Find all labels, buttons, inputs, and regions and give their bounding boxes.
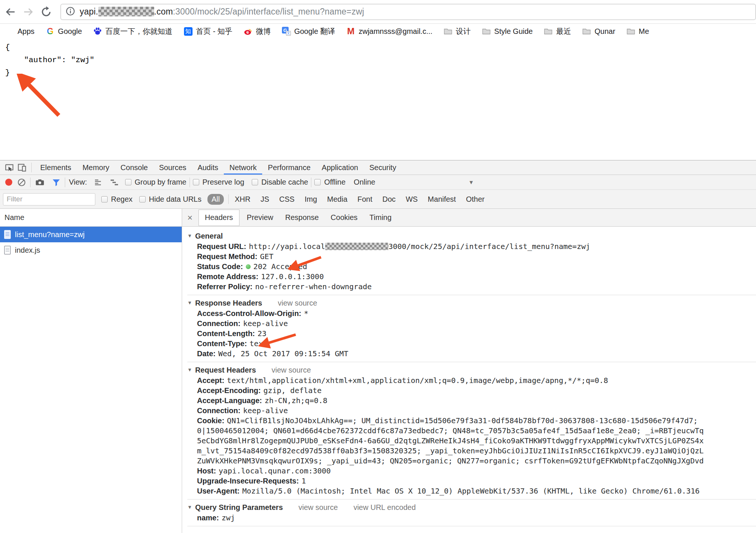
bookmark-folder-design[interactable]: 设计 [444,26,471,36]
reload-icon[interactable] [40,6,52,18]
request-detail-panel: × Headers Preview Response Cookies Timin… [182,209,756,533]
network-toolbar: View: Group by frame Preserve log Disabl… [0,175,756,190]
view-source-link[interactable]: view source [278,297,317,309]
request-row-index-js[interactable]: index.js [0,242,182,258]
devtools-tab-memory[interactable]: Memory [77,160,115,175]
disable-cache-checkbox[interactable] [252,179,258,185]
inspect-element-icon[interactable] [3,162,16,173]
show-overview-waterfall-icon[interactable] [109,177,120,188]
detail-tabbar: × Headers Preview Response Cookies Timin… [182,209,756,227]
bookmark-folder-me[interactable]: Me [626,27,649,36]
divider [65,178,65,187]
filter-type-js[interactable]: JS [260,195,269,204]
bookmark-folder-recent[interactable]: 最近 [544,26,571,36]
filter-input[interactable] [3,193,95,205]
detail-tab-cookies[interactable]: Cookies [325,209,363,227]
offline-checkbox[interactable] [314,179,321,185]
filter-type-ws[interactable]: WS [406,195,417,204]
devtools-tab-sources[interactable]: Sources [153,160,192,175]
google-g-icon: G [46,27,55,36]
disclosure-triangle-icon[interactable]: ▼ [187,364,192,376]
headers-pane: ▼ General Request URL:http://yapi.local3… [182,227,756,533]
header-row-remote-address: Remote Address:127.0.0.1:3000 [187,272,756,282]
view-source-link[interactable]: view source [299,502,338,513]
filter-type-xhr[interactable]: XHR [235,195,250,204]
bookmark-google-translate[interactable]: G 文 Google 翻译 [282,26,335,36]
disable-cache-label: Disable cache [261,178,308,186]
back-icon[interactable] [4,6,16,18]
header-row: Accept:text/html,application/xhtml+xml,a… [187,376,756,386]
censored-url-segment [325,243,388,250]
devtools-tabbar: Elements Memory Console Sources Audits N… [0,160,756,175]
folder-icon [544,27,553,36]
filter-type-all[interactable]: All [207,194,224,205]
devtools-tab-console[interactable]: Console [115,160,153,175]
disclosure-triangle-icon[interactable]: ▼ [187,230,192,242]
folder-icon [482,27,491,36]
detail-tab-preview[interactable]: Preview [241,209,279,227]
detail-tab-headers[interactable]: Headers [198,210,239,226]
bookmark-folder-qunar[interactable]: Qunar [582,27,615,36]
large-request-rows-icon[interactable] [92,177,104,188]
filter-funnel-icon[interactable] [51,177,62,188]
page-info-icon[interactable] [66,6,75,17]
header-row: Content-Length:23 [187,329,756,339]
request-headers-section: ▼ Request Headers view source Accept:tex… [187,362,756,500]
device-toolbar-icon[interactable] [16,162,28,173]
close-icon[interactable]: × [184,213,196,223]
devtools-tab-application[interactable]: Application [316,160,364,175]
devtools-tab-audits[interactable]: Audits [192,160,224,175]
filter-type-other[interactable]: Other [466,195,485,204]
forward-icon[interactable] [22,6,34,18]
clear-icon[interactable] [16,177,27,188]
cookie-continuation-line: 5eCbdYG8mlHr8lZogepmQUJPUb0_eSKseFdn4-6a… [187,436,756,446]
filter-type-media[interactable]: Media [327,195,347,204]
header-row: Connection:keep-alive [187,406,756,416]
devtools-tab-security[interactable]: Security [364,160,402,175]
disclosure-triangle-icon[interactable]: ▼ [187,297,192,309]
cookie-continuation-line: 0|1500465012004; QN601=d66d4cbe762372cdd… [187,426,756,436]
name-column-header[interactable]: Name [0,209,182,227]
regex-label: Regex [111,195,133,204]
devtools-tab-performance[interactable]: Performance [262,160,316,175]
response-headers-section: ▼ Response Headers view source Access-Co… [187,295,756,362]
record-icon[interactable] [5,179,12,186]
preserve-log-checkbox[interactable] [193,179,199,185]
filter-type-font[interactable]: Font [358,195,372,204]
group-by-frame-checkbox[interactable] [125,179,131,185]
filter-type-manifest[interactable]: Manifest [428,195,456,204]
divider [311,178,311,187]
bookmark-apps[interactable]: Apps [5,27,35,36]
bookmark-folder-style-guide[interactable]: Style Guide [482,27,533,36]
address-bar[interactable]: yapi..com:3000/mock/25/api/interface/lis… [60,4,756,20]
filter-type-css[interactable]: CSS [279,195,295,204]
network-filter-bar: Regex Hide data URLs All XHR JS CSS Img … [0,190,756,209]
throttling-select[interactable]: Online [354,178,375,186]
regex-checkbox[interactable] [101,196,108,202]
chevron-down-icon[interactable]: ▼ [468,179,474,185]
filter-type-img[interactable]: Img [305,195,317,204]
bookmark-baidu[interactable]: 百度一下，你就知道 [93,26,172,36]
screenshot-camera-icon[interactable] [34,177,45,188]
bookmark-google[interactable]: G Google [46,27,82,36]
detail-tab-response[interactable]: Response [279,209,325,227]
page-content: { "author": "zwj" } [0,38,756,160]
bookmark-gmail[interactable]: M zwjamnsss@gmail.c... [346,27,432,36]
detail-tab-timing[interactable]: Timing [363,209,397,227]
header-row: Upgrade-Insecure-Requests:1 [187,476,756,486]
devtools-tab-elements[interactable]: Elements [35,160,77,175]
view-source-link[interactable]: view source [271,364,311,376]
view-url-encoded-link[interactable]: view URL encoded [353,502,416,513]
devtools-panel: Elements Memory Console Sources Audits N… [0,160,756,533]
header-row-status-code: Status Code:202 Accepted [187,262,756,272]
header-row: Access-Control-Allow-Origin:* [187,309,756,319]
json-response-body: { "author": "zwj" } [5,41,94,79]
devtools-tab-network[interactable]: Network [224,160,262,175]
hide-data-urls-checkbox[interactable] [139,196,146,202]
bookmark-zhihu[interactable]: 知 首页 - 知乎 [184,26,232,36]
header-row: Accept-Encoding:gzip, deflate [187,386,756,396]
bookmark-weibo[interactable]: 微博 [244,26,271,36]
filter-type-doc[interactable]: Doc [382,195,396,204]
request-row-list-menu[interactable]: list_menu?name=zwj [0,227,182,242]
disclosure-triangle-icon[interactable]: ▼ [187,502,192,513]
